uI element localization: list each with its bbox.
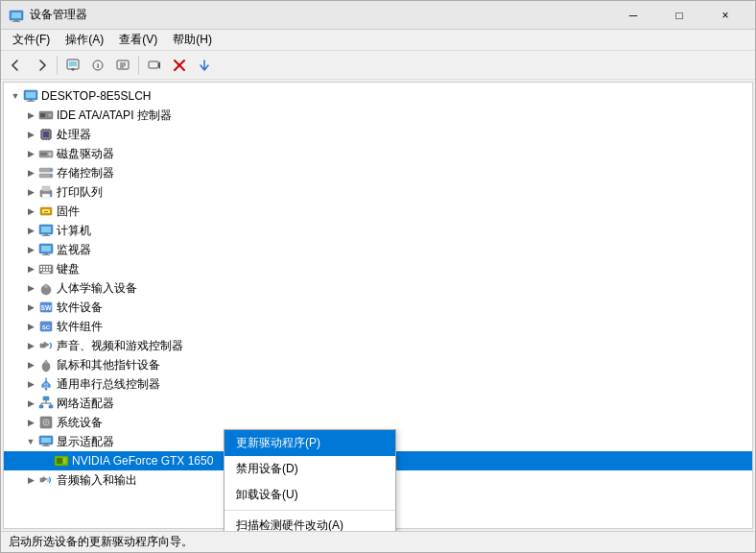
tree-item-hid[interactable]: ▶ 人体学输入设备: [4, 278, 752, 298]
tree-item-computer[interactable]: ▶ 计算机: [4, 221, 752, 240]
ctx-uninstall-device[interactable]: 卸载设备(U): [224, 482, 395, 508]
usb-expand[interactable]: ▶: [23, 376, 38, 392]
software-expand[interactable]: ▶: [23, 300, 38, 315]
svg-rect-57: [41, 246, 51, 252]
tree-item-network[interactable]: ▶ 网络适配器: [4, 394, 752, 413]
tree-root[interactable]: ▼ DESKTOP-8E5SLCH: [4, 86, 752, 106]
firmware-label: 固件: [57, 204, 80, 220]
softcomp-expand[interactable]: ▶: [23, 319, 38, 334]
system-label: 系统设备: [57, 415, 103, 431]
svg-rect-58: [44, 253, 48, 254]
svg-rect-25: [43, 132, 49, 137]
print-expand[interactable]: ▶: [23, 184, 38, 200]
tree-item-sound[interactable]: ▶ 声音、视频和游戏控制器: [4, 336, 752, 355]
toolbar-btn-red-x[interactable]: [168, 54, 191, 77]
ctx-scan-hardware[interactable]: 扫描检测硬件改动(A): [224, 513, 395, 531]
svg-rect-1: [12, 12, 21, 18]
hid-expand[interactable]: ▶: [23, 280, 38, 296]
tree-item-firmware[interactable]: ▶ 固件: [4, 202, 752, 221]
svg-rect-98: [63, 458, 66, 460]
network-icon: [38, 396, 54, 411]
menu-view[interactable]: 查看(V): [111, 30, 165, 50]
main-content: ▼ DESKTOP-8E5SLCH ▶: [1, 80, 755, 531]
firmware-expand[interactable]: ▶: [23, 204, 38, 219]
audio-expand[interactable]: ▶: [23, 472, 38, 488]
gpu-icon: [54, 453, 69, 469]
print-icon: [38, 184, 54, 200]
title-bar-buttons: ─ □ ×: [611, 2, 747, 29]
maximize-button[interactable]: □: [657, 2, 701, 29]
tree-item-monitor[interactable]: ▶ 监视器: [4, 240, 752, 259]
svg-rect-100: [63, 462, 66, 464]
ctx-update-driver[interactable]: 更新驱动程序(P): [224, 430, 395, 456]
menu-help[interactable]: 帮助(H): [165, 30, 220, 50]
print-label: 打印队列: [57, 184, 103, 201]
toolbar: i: [1, 51, 755, 80]
computer-label: 计算机: [57, 223, 91, 239]
root-label: DESKTOP-8E5SLCH: [41, 89, 152, 103]
tree-item-print[interactable]: ▶ 打印队列: [4, 182, 752, 202]
monitor-expand[interactable]: ▶: [23, 242, 38, 257]
svg-rect-5: [69, 61, 77, 66]
tree-item-cpu[interactable]: ▶: [4, 125, 752, 144]
keyboard-expand[interactable]: ▶: [23, 261, 38, 276]
toolbar-sep2: [138, 56, 139, 75]
tree-item-disk[interactable]: ▶ 磁盘驱动器: [4, 144, 752, 163]
gpu-expand: [38, 453, 54, 469]
sound-expand[interactable]: ▶: [23, 338, 38, 353]
svg-rect-47: [42, 194, 50, 198]
toolbar-forward[interactable]: [30, 54, 53, 77]
root-expand[interactable]: ▼: [8, 88, 23, 104]
mouse-label: 鼠标和其他指针设备: [57, 357, 160, 373]
ide-expand[interactable]: ▶: [23, 108, 38, 123]
toolbar-btn4[interactable]: i: [86, 54, 109, 77]
svg-rect-40: [40, 153, 47, 156]
menu-file[interactable]: 文件(F): [5, 30, 58, 50]
svg-rect-2: [14, 20, 18, 21]
toolbar-back[interactable]: [5, 54, 28, 77]
svg-rect-14: [149, 61, 158, 68]
tree-item-storage[interactable]: ▶ 存储控制器: [4, 163, 752, 182]
ide-icon: [38, 108, 54, 123]
svg-point-23: [48, 113, 52, 117]
svg-point-44: [50, 175, 52, 177]
storage-expand[interactable]: ▶: [23, 165, 38, 180]
system-expand[interactable]: ▶: [23, 415, 38, 430]
svg-point-81: [45, 388, 48, 391]
tree-item-usb[interactable]: ▶ 通用串行总线控制器: [4, 374, 752, 394]
usb-icon: [38, 376, 54, 392]
tree-item-softcomp[interactable]: ▶ SC 软件组件: [4, 317, 752, 336]
svg-point-43: [50, 169, 52, 171]
svg-text:i: i: [97, 61, 99, 70]
tree-item-mouse[interactable]: ▶ 鼠标和其他指针设备: [4, 355, 752, 374]
svg-rect-94: [44, 445, 48, 445]
ctx-disable-device[interactable]: 禁用设备(D): [224, 456, 395, 482]
minimize-button[interactable]: ─: [611, 2, 655, 29]
toolbar-btn5[interactable]: [111, 54, 134, 77]
svg-text:SC: SC: [42, 325, 51, 330]
display-expand[interactable]: ▼: [23, 434, 38, 449]
svg-rect-67: [46, 269, 48, 271]
menu-action[interactable]: 操作(A): [58, 30, 111, 50]
tree-item-keyboard[interactable]: ▶ 键盘: [4, 259, 752, 278]
svg-rect-77: [40, 344, 44, 348]
svg-rect-46: [42, 186, 50, 191]
computer-expand[interactable]: ▶: [23, 223, 38, 238]
system-icon: [38, 415, 54, 430]
disk-expand[interactable]: ▶: [23, 146, 38, 161]
mouse-expand[interactable]: ▶: [23, 357, 38, 373]
toolbar-btn3[interactable]: [61, 54, 84, 77]
cpu-icon: [38, 127, 54, 142]
cpu-expand[interactable]: ▶: [23, 127, 38, 142]
audio-icon: [38, 472, 54, 488]
svg-rect-22: [40, 113, 45, 117]
tree-item-software[interactable]: ▶ SW 软件设备: [4, 298, 752, 317]
toolbar-btn-down[interactable]: [193, 54, 216, 77]
svg-rect-61: [40, 266, 42, 268]
network-expand[interactable]: ▶: [23, 396, 38, 411]
svg-rect-20: [27, 101, 35, 102]
toolbar-btn6[interactable]: [143, 54, 166, 77]
tree-item-ide[interactable]: ▶ IDE ATA/ATAPI 控制器: [4, 106, 752, 125]
close-button[interactable]: ×: [703, 2, 747, 29]
svg-rect-18: [26, 92, 35, 98]
